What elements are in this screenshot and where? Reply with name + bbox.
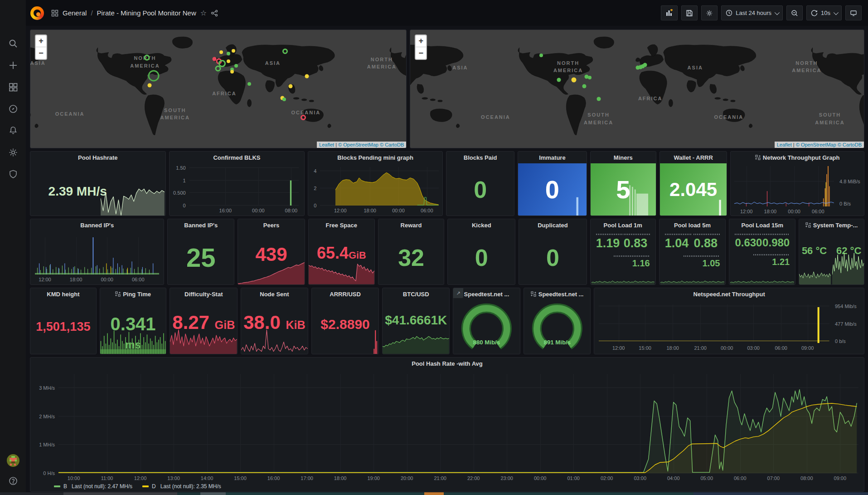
add-panel-button[interactable] [661, 5, 678, 20]
server-admin-shield-icon[interactable] [8, 169, 18, 179]
node-sent-sparkline [241, 327, 308, 354]
external-link-icon[interactable]: ↗ [453, 288, 463, 298]
panel-title[interactable]: Netspeed.net Throughput [594, 288, 864, 300]
zoom-out-time-button[interactable] [786, 5, 803, 20]
panel-title[interactable]: Pool Hashrate [30, 152, 165, 163]
panel-title[interactable]: Miners [591, 152, 656, 163]
metric-label [693, 234, 720, 235]
panel-title[interactable]: Blocks Paid [446, 152, 514, 163]
map-marker[interactable] [305, 74, 309, 78]
panel-title[interactable]: Blocks Pending mini graph [308, 152, 442, 163]
network-throughput-chart[interactable]: 4.8 MiB/s0 B/s12:0018:0000:0006:00 [731, 163, 864, 216]
map-marker[interactable] [148, 70, 160, 82]
panel-title[interactable]: Free Space [309, 219, 374, 231]
map-zoom-out-button[interactable]: − [416, 47, 426, 59]
panel-title[interactable]: Difficulty-Stat [170, 288, 237, 300]
osm-link[interactable]: © OpenStreetMap [338, 142, 378, 147]
map-marker[interactable] [282, 49, 288, 54]
dashboard-title[interactable]: Pirate - Mining Pool Monitor New [97, 9, 196, 17]
map-marker[interactable] [643, 63, 647, 67]
leaflet-link[interactable]: Leaflet [319, 142, 334, 147]
alerting-bell-icon[interactable] [8, 126, 18, 136]
carto-link[interactable]: © CartoDB [838, 142, 862, 147]
map-region-label: SOUTH AMERICA [160, 106, 190, 121]
banned-ips-chart[interactable]: 12:0018:0000:0006:00 [30, 231, 164, 284]
map-marker[interactable] [539, 54, 543, 57]
carto-link[interactable]: © CartoDB [380, 142, 404, 147]
dashboard-settings-button[interactable] [701, 5, 718, 20]
save-dashboard-button[interactable] [681, 5, 698, 20]
map-marker[interactable] [219, 50, 223, 54]
map-marker[interactable] [230, 70, 234, 74]
time-range-picker[interactable]: Last 24 hours [721, 5, 783, 20]
map-zoom-out-button[interactable]: − [36, 47, 46, 59]
world-map[interactable]: ASIANORTH AMERICAASIANORTH AMERICAAFRICA… [30, 30, 406, 148]
map-marker[interactable] [247, 82, 251, 86]
metric-label [735, 234, 761, 235]
kicked-panel: Kicked 0 [447, 219, 515, 285]
panel-title[interactable]: Node Sent [241, 288, 308, 300]
settings-gear-icon[interactable] [8, 147, 18, 157]
panel-title[interactable]: Kicked [448, 219, 515, 231]
map-marker[interactable] [144, 55, 150, 61]
cycle-view-mode-button[interactable] [845, 5, 862, 20]
map-zoom-in-button[interactable]: + [36, 35, 46, 47]
breadcrumb-folder[interactable]: General [63, 9, 87, 17]
panel-title[interactable]: ARRR/USD [312, 288, 379, 300]
map-region-label: ASIA [265, 59, 281, 67]
panel-title[interactable]: Speedtest.net ... [453, 288, 520, 300]
user-avatar[interactable] [7, 454, 19, 467]
map-marker[interactable] [227, 52, 230, 55]
panel-title[interactable]: Peers [238, 219, 305, 231]
world-map[interactable]: ASIANORTH AMERICAASIANORTH AMERICAAFRICA… [410, 30, 864, 148]
map-marker[interactable] [596, 97, 601, 101]
panel-title[interactable]: Reward [378, 219, 444, 231]
map-marker[interactable] [234, 64, 238, 68]
panel-title[interactable]: KMD height [30, 288, 96, 300]
help-icon[interactable] [8, 476, 18, 486]
panel-title[interactable]: Banned IP's [30, 219, 164, 231]
panel-title[interactable]: Banned IP's [168, 219, 234, 231]
map-marker[interactable] [147, 83, 151, 88]
legend-item[interactable]: BLast (not null): 2.47 MH/s [54, 483, 132, 490]
panel-title[interactable]: Confirmed BLKS [170, 152, 305, 163]
dashboards-icon[interactable] [8, 82, 18, 92]
panel-title[interactable]: Duplicated [519, 219, 587, 231]
search-icon[interactable] [8, 39, 18, 49]
explore-compass-icon[interactable] [8, 104, 18, 114]
map-marker[interactable] [557, 78, 561, 82]
panel-title[interactable]: Pool load 5m [659, 219, 726, 231]
map-marker[interactable] [227, 59, 230, 63]
map-attribution: Leaflet | © OpenStreetMap © CartoDB [317, 142, 406, 148]
star-icon[interactable]: ☆ [200, 9, 207, 17]
map-marker[interactable] [301, 115, 306, 120]
grafana-logo[interactable] [30, 6, 44, 20]
map-marker[interactable] [215, 65, 221, 71]
panel-title[interactable]: Wallet - ARRR [660, 152, 727, 163]
panel-title[interactable]: Pool Load 1m [591, 219, 655, 231]
node-sent-panel: Node Sent 38.0 KiB [241, 288, 308, 354]
leaflet-link[interactable]: Leaflet [777, 142, 792, 147]
map-marker[interactable] [288, 84, 292, 88]
create-plus-icon[interactable] [8, 60, 18, 70]
share-icon[interactable] [211, 10, 218, 17]
map-marker[interactable] [282, 98, 286, 101]
metric-label [684, 255, 720, 257]
map-marker[interactable] [582, 84, 586, 88]
map-zoom-in-button[interactable]: + [416, 35, 426, 47]
refresh-button[interactable]: 10s [806, 5, 842, 20]
pool-hashrate-avg-chart[interactable]: 3 MH/s2 MH/s1 MH/s0 H/s10:0011:0012:0013… [30, 369, 864, 491]
confirmed-blks-chart[interactable]: 1.5010.500016:0000:0008:00 [170, 163, 305, 216]
panel-title[interactable]: Pool Load 15m [729, 219, 795, 231]
panel-title[interactable]: Pool Hash Rate -with Avg [30, 358, 864, 369]
netspeed-chart[interactable]: 954 Mib/s477 Mib/s0 b/s12:0015:0018:0021… [594, 300, 864, 354]
panel-title[interactable]: BTC/USD [383, 288, 449, 300]
panel-title[interactable]: Immature [518, 152, 586, 163]
map-marker[interactable] [232, 49, 235, 53]
map-marker[interactable] [588, 76, 592, 79]
map-marker[interactable] [571, 77, 576, 82]
osm-link[interactable]: © OpenStreetMap [796, 142, 836, 147]
legend-item[interactable]: DLast (not null): 2.35 MH/s [142, 483, 221, 490]
blocks-pending-chart[interactable]: 42012:0018:0000:0006:00 [308, 163, 442, 216]
difficulty-sparkline [170, 327, 237, 354]
